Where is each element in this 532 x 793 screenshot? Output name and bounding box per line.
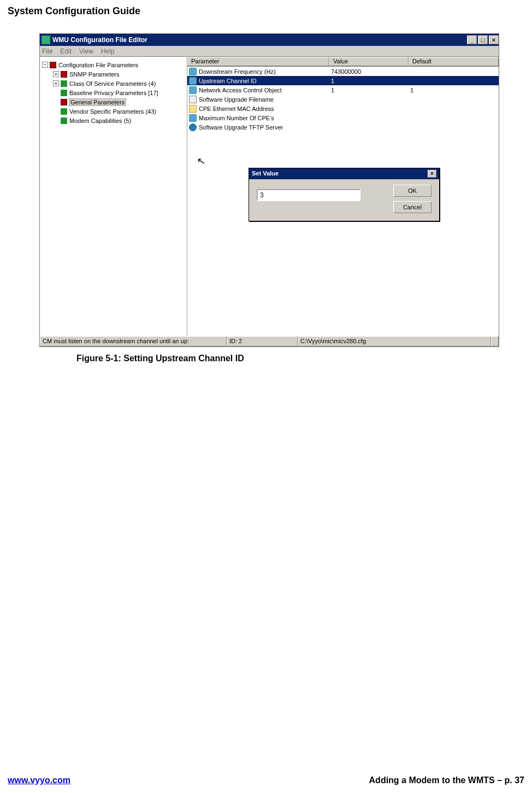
expand-icon[interactable]: + bbox=[53, 80, 59, 86]
status-id: ID: 2 bbox=[227, 336, 298, 346]
tree-item[interactable]: + Class Of Service Parameters (4) bbox=[42, 79, 185, 88]
param-default: 1 bbox=[409, 87, 499, 93]
col-value[interactable]: Value bbox=[329, 57, 409, 66]
param-icon bbox=[189, 68, 197, 75]
app-window: WMU Configuration File Editor _ □ × File… bbox=[39, 33, 499, 347]
collapse-icon[interactable]: − bbox=[42, 62, 48, 68]
node-icon bbox=[61, 90, 67, 96]
list-row[interactable]: Network Access Control Object 1 1 bbox=[187, 85, 499, 95]
maximize-button[interactable]: □ bbox=[478, 36, 488, 44]
folder-icon bbox=[50, 62, 56, 68]
node-icon bbox=[61, 71, 67, 78]
tree-item-label: Modem Capabilities (5) bbox=[69, 118, 131, 124]
param-name: Software Upgrade TFTP Server bbox=[199, 124, 283, 131]
tree-item-selected[interactable]: General Parameters bbox=[42, 97, 185, 107]
col-default[interactable]: Default bbox=[409, 57, 499, 66]
tree-item[interactable]: Modem Capabilities (5) bbox=[42, 116, 185, 125]
menu-edit[interactable]: Edit bbox=[60, 48, 72, 55]
param-name: Network Access Control Object bbox=[199, 87, 282, 93]
list-row[interactable]: Maximum Number Of CPE's bbox=[187, 113, 499, 122]
cursor-icon: ↖ bbox=[196, 155, 206, 168]
list-body[interactable]: Downstream Frequency (Hz) 743000000 Upst… bbox=[187, 67, 499, 336]
value-input[interactable] bbox=[257, 189, 360, 201]
dialog-close-button[interactable]: × bbox=[428, 170, 436, 178]
param-icon bbox=[189, 114, 197, 122]
col-parameter[interactable]: Parameter bbox=[187, 57, 329, 66]
list-header: Parameter Value Default bbox=[187, 57, 499, 67]
minimize-button[interactable]: _ bbox=[467, 36, 477, 44]
param-name: Software Upgrade Filename bbox=[199, 96, 274, 103]
param-name: Downstream Frequency (Hz) bbox=[199, 68, 276, 75]
tree-root[interactable]: − Configuration File Parameters bbox=[42, 60, 185, 69]
ok-button[interactable]: OK bbox=[393, 185, 431, 197]
param-value: 743000000 bbox=[329, 68, 409, 75]
menu-file[interactable]: File bbox=[42, 48, 52, 55]
tree-item-label: General Parameters bbox=[69, 99, 126, 105]
param-name: CPE Ethernet MAC Address bbox=[199, 105, 274, 112]
list-row[interactable]: Software Upgrade Filename bbox=[187, 95, 499, 104]
page-header: System Configuration Guide bbox=[0, 0, 532, 22]
tree-item-label: SNMP Parameters bbox=[69, 71, 120, 78]
tree-pane[interactable]: − Configuration File Parameters + SNMP P… bbox=[40, 57, 187, 336]
param-icon bbox=[189, 124, 197, 131]
node-icon bbox=[61, 99, 67, 105]
window-title: WMU Configuration File Editor bbox=[52, 36, 466, 44]
param-icon bbox=[189, 96, 197, 103]
menu-help[interactable]: Help bbox=[101, 48, 115, 55]
menu-view[interactable]: View bbox=[79, 48, 93, 55]
titlebar: WMU Configuration File Editor _ □ × bbox=[40, 34, 499, 46]
cancel-button[interactable]: Cancel bbox=[393, 201, 431, 213]
tree-item[interactable]: Baseline Privacy Parameters [17] bbox=[42, 88, 185, 97]
node-icon bbox=[61, 108, 67, 115]
param-value: 1 bbox=[329, 87, 409, 93]
param-icon bbox=[189, 86, 197, 94]
app-icon bbox=[42, 36, 50, 44]
figure-caption: Figure 5-1: Setting Upstream Channel ID bbox=[76, 354, 532, 363]
tree-item-label: Vendor Specific Parameters (43) bbox=[69, 108, 156, 115]
menu-bar: File Edit View Help bbox=[40, 46, 499, 57]
dialog-titlebar: Set Value × bbox=[249, 168, 439, 179]
status-bar: CM must listen on the downstream channel… bbox=[40, 336, 499, 346]
list-row-selected[interactable]: Upstream Channel ID 1 bbox=[187, 76, 499, 85]
list-row[interactable]: Downstream Frequency (Hz) 743000000 bbox=[187, 67, 499, 76]
footer-link[interactable]: www.vyyo.com bbox=[8, 776, 70, 785]
close-button[interactable]: × bbox=[489, 36, 499, 44]
list-row[interactable]: CPE Ethernet MAC Address bbox=[187, 104, 499, 113]
status-hint: CM must listen on the downstream channel… bbox=[40, 336, 227, 346]
tree-item[interactable]: Vendor Specific Parameters (43) bbox=[42, 107, 185, 116]
node-icon bbox=[61, 118, 67, 124]
param-icon bbox=[189, 105, 197, 113]
footer-page: Adding a Modem to the WMTS – p. 37 bbox=[369, 776, 524, 785]
expand-icon[interactable]: + bbox=[53, 71, 59, 77]
node-icon bbox=[61, 80, 67, 87]
param-name: Maximum Number Of CPE's bbox=[199, 115, 274, 121]
list-pane: Parameter Value Default Downstream Frequ… bbox=[187, 57, 499, 336]
status-path: C:\Vyyo\mic\micv280.cfg bbox=[298, 336, 491, 346]
param-name: Upstream Channel ID bbox=[199, 78, 257, 84]
page-footer: www.vyyo.com Adding a Modem to the WMTS … bbox=[8, 776, 524, 785]
dialog-title: Set Value bbox=[252, 170, 279, 178]
tree-item-label: Baseline Privacy Parameters [17] bbox=[69, 90, 158, 96]
tree-item[interactable]: + SNMP Parameters bbox=[42, 69, 185, 79]
set-value-dialog: Set Value × OK Cancel bbox=[249, 168, 440, 221]
list-row[interactable]: Software Upgrade TFTP Server bbox=[187, 122, 499, 132]
param-icon bbox=[189, 77, 197, 85]
resize-grip-icon[interactable] bbox=[491, 336, 499, 346]
tree-item-label: Class Of Service Parameters (4) bbox=[69, 80, 156, 87]
tree-root-label: Configuration File Parameters bbox=[58, 62, 138, 68]
param-value: 1 bbox=[329, 78, 409, 84]
